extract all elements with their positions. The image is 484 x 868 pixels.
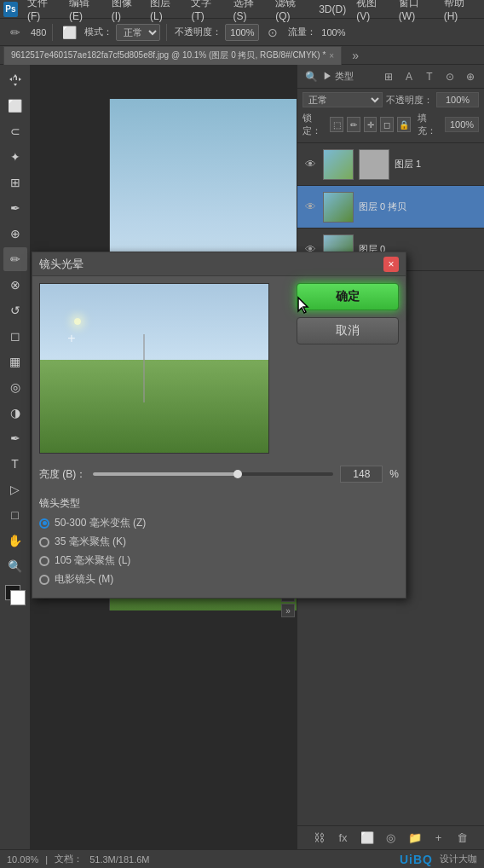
menu-3d[interactable]: 3D(D) <box>314 2 350 17</box>
opacity-panel-input[interactable] <box>436 92 479 107</box>
document-tab[interactable]: 9612517e460157ae182fa7cf5d805e8f.jpg @ 1… <box>3 46 342 65</box>
doc-label: 文档： <box>55 853 83 865</box>
preview-pole <box>143 334 145 402</box>
magic-wand-tool[interactable]: ✦ <box>3 145 27 169</box>
menu-edit[interactable]: 编辑(E) <box>65 0 106 24</box>
separator-2 <box>166 24 167 41</box>
menu-view[interactable]: 视图(V) <box>352 0 393 24</box>
dialog-close-btn[interactable]: × <box>383 257 399 272</box>
lens-option-35mm[interactable]: 35 毫米聚焦 (K) <box>39 535 399 549</box>
lens-flare-indicator <box>74 318 81 325</box>
search-icon[interactable]: 🔍 <box>302 68 320 85</box>
panel-expand-btn-2[interactable]: » <box>281 604 295 617</box>
clone-tool[interactable]: ⊗ <box>3 273 27 297</box>
text-tool[interactable]: T <box>3 452 27 476</box>
marquee-tool[interactable]: ⬜ <box>3 94 27 118</box>
lens-radio-2[interactable] <box>39 537 49 547</box>
color-boxes[interactable] <box>3 583 27 607</box>
dialog-titlebar[interactable]: 镜头光晕 × <box>32 252 406 276</box>
background-color[interactable] <box>10 590 26 605</box>
menu-file[interactable]: 文件(F) <box>23 0 63 24</box>
layer-visibility-toggle[interactable]: 👁 <box>302 157 318 172</box>
dialog-cancel-btn[interactable]: 取消 <box>297 317 399 344</box>
menu-text[interactable]: 文字(T) <box>187 0 227 24</box>
preview-ground <box>40 360 268 453</box>
add-mask-icon[interactable]: ⬜ <box>359 830 376 847</box>
tool-options-icon[interactable]: ⬜ <box>59 22 79 43</box>
panel-bottom: ⛓ fx ⬜ ◎ 📁 + 🗑 <box>297 825 484 849</box>
delete-layer-icon[interactable]: 🗑 <box>454 830 471 847</box>
layer-item[interactable]: 👁 图层 0 拷贝 <box>297 186 484 229</box>
path-tool[interactable]: ▷ <box>3 477 27 501</box>
brush-tool[interactable]: ✏ <box>3 247 27 271</box>
menu-filter[interactable]: 滤镜(Q) <box>271 0 313 24</box>
lock-paint-btn[interactable]: ✏ <box>347 117 360 132</box>
panel-icon-3[interactable]: T <box>421 68 438 85</box>
menu-window[interactable]: 窗口(W) <box>395 0 438 24</box>
pressure-icon[interactable]: ⊙ <box>262 22 283 43</box>
lock-move-btn[interactable]: ✛ <box>364 117 377 132</box>
new-layer-icon[interactable]: + <box>430 830 447 847</box>
dialog-preview[interactable]: + <box>39 283 269 454</box>
dialog-confirm-btn[interactable]: 确定 <box>297 283 399 310</box>
status-bar: 10.08% | 文档： 51.3M/181.6M UiBQ 设计大咖 <box>0 849 484 868</box>
lens-option-movie[interactable]: 电影镜头 (M) <box>39 572 399 587</box>
menu-image[interactable]: 图像(I) <box>107 0 144 24</box>
tab-close-btn[interactable]: × <box>329 51 334 61</box>
lock-artboard-btn[interactable]: ◻ <box>380 117 394 132</box>
lens-option-105mm[interactable]: 105 毫米聚焦 (L) <box>39 553 399 568</box>
pen-tool[interactable]: ✒ <box>3 426 27 450</box>
lens-radio-4[interactable] <box>39 575 49 585</box>
shape-tool[interactable]: □ <box>3 503 27 527</box>
opacity-input[interactable] <box>225 24 259 41</box>
lens-option-zoom[interactable]: 50-300 毫米变焦 (Z) <box>39 516 399 530</box>
dialog-controls: 亮度 (B)： % <box>32 460 406 496</box>
blend-mode-select[interactable]: 正常 <box>302 92 383 107</box>
zoom-tool[interactable]: 🔍 <box>3 554 27 578</box>
panel-icon-4[interactable]: ⊙ <box>441 68 458 85</box>
panel-icon-5[interactable]: ⊕ <box>462 68 479 85</box>
dialog-left: + <box>39 283 288 454</box>
lock-transparent-btn[interactable]: ⬚ <box>330 117 343 132</box>
fill-panel-label: 填充： <box>418 112 441 137</box>
brightness-value-input[interactable] <box>340 466 383 483</box>
link-layers-icon[interactable]: ⛓ <box>311 830 328 847</box>
eraser-tool[interactable]: ◻ <box>3 324 27 348</box>
layer-visibility-toggle[interactable]: 👁 <box>302 200 318 215</box>
lens-label-1: 50-300 毫米变焦 (Z) <box>55 516 146 530</box>
tabs-more-icon[interactable]: » <box>345 45 366 66</box>
brush-tool-icon[interactable]: ✏ <box>5 22 26 43</box>
lens-flare-dialog[interactable]: 镜头光晕 × + <box>32 252 406 599</box>
history-brush[interactable]: ↺ <box>3 298 27 322</box>
new-group-icon[interactable]: 📁 <box>406 830 424 847</box>
slider-thumb[interactable] <box>233 470 242 478</box>
layer-item[interactable]: 👁 图层 1 <box>297 143 484 186</box>
panel-icon-1[interactable]: ⊞ <box>380 68 397 85</box>
lens-radio-1[interactable] <box>39 518 49 529</box>
heal-tool[interactable]: ⊕ <box>3 222 27 246</box>
menu-select[interactable]: 选择(S) <box>229 0 270 24</box>
app-logo: Ps <box>3 2 18 17</box>
move-tool[interactable] <box>3 68 27 92</box>
mode-select[interactable]: 正常 <box>116 24 160 41</box>
gradient-tool[interactable]: ▦ <box>3 350 27 373</box>
lock-label: 锁定： <box>302 112 326 137</box>
hand-tool[interactable]: ✋ <box>3 529 27 553</box>
menu-help[interactable]: 帮助(H) <box>440 0 481 24</box>
eyedropper-tool[interactable]: ✒ <box>3 196 27 220</box>
type-filter-label[interactable]: ▶ 类型 <box>323 70 377 83</box>
crop-tool[interactable]: ⊞ <box>3 171 27 194</box>
dialog-right: 确定 取消 <box>297 283 399 454</box>
lasso-tool[interactable]: ⊂ <box>3 119 27 143</box>
size-label: 480 <box>31 27 46 38</box>
blur-tool[interactable]: ◎ <box>3 375 27 399</box>
panel-icon-2[interactable]: A <box>400 68 418 85</box>
layer-effects-icon[interactable]: fx <box>335 830 352 847</box>
menu-layer[interactable]: 图层(L) <box>146 0 185 24</box>
lock-all-btn[interactable]: 🔒 <box>397 117 411 132</box>
lens-radio-3[interactable] <box>39 556 49 566</box>
dodge-tool[interactable]: ◑ <box>3 401 27 425</box>
fill-panel-input[interactable] <box>445 117 479 132</box>
new-fill-layer-icon[interactable]: ◎ <box>383 830 400 847</box>
brightness-slider[interactable] <box>93 467 333 481</box>
